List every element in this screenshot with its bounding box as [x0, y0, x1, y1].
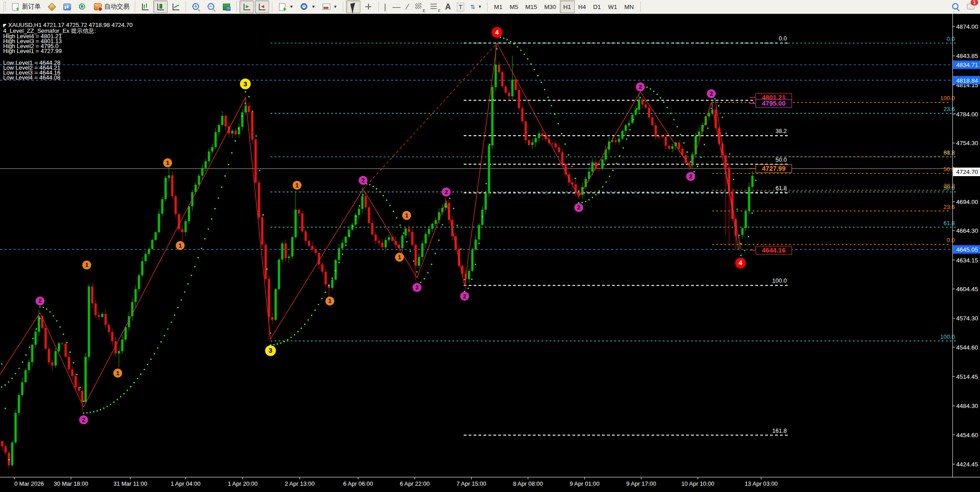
- sar-dot: [467, 288, 469, 289]
- semafor-1-marker[interactable]: 1: [82, 261, 91, 270]
- timeframe-button-m15[interactable]: M15: [522, 0, 541, 13]
- semafor-2-marker[interactable]: 2: [636, 82, 645, 91]
- chevron-down-icon[interactable]: ▼: [333, 4, 337, 9]
- sar-dot: [755, 180, 756, 181]
- timeframe-button-w1[interactable]: W1: [604, 0, 621, 13]
- semafor-2-marker[interactable]: 2: [460, 292, 469, 301]
- candle-body: [68, 357, 70, 369]
- time-label[interactable]: 31 Mar 11:00: [113, 480, 147, 487]
- arrows-tool-button[interactable]: ⇅▼: [468, 0, 485, 13]
- indicators-button[interactable]: +▼: [275, 0, 296, 13]
- sar-dot: [471, 279, 472, 280]
- time-label[interactable]: 6 Apr 22:00: [400, 480, 430, 487]
- semafor-1-marker[interactable]: 1: [163, 158, 172, 167]
- zoom-in-button[interactable]: +: [189, 0, 203, 13]
- sar-dot: [262, 214, 264, 216]
- text-tool-button[interactable]: A: [442, 0, 453, 13]
- semafor-4-marker[interactable]: 4: [735, 257, 746, 268]
- time-label[interactable]: 0 Mar 2026: [14, 480, 44, 487]
- notifications-button[interactable]: 1: [964, 0, 978, 13]
- new-order-button[interactable]: + 新订单: [8, 0, 44, 13]
- periods-button[interactable]: ▼: [297, 0, 318, 13]
- trendline-tool-button[interactable]: ∕: [404, 0, 411, 13]
- semafor-1-marker[interactable]: 1: [113, 368, 122, 377]
- semafor-1-marker[interactable]: 1: [395, 253, 404, 262]
- chart-window-button[interactable]: [60, 0, 74, 13]
- semafor-1-marker[interactable]: 1: [176, 241, 185, 250]
- crosshair-tool-button[interactable]: [361, 0, 376, 13]
- semafor-2-marker[interactable]: 2: [35, 297, 44, 306]
- time-label[interactable]: 9 Apr 01:00: [570, 480, 600, 487]
- fibonacci-tool-button[interactable]: F: [427, 0, 441, 13]
- semafor-2-marker[interactable]: 2: [442, 187, 451, 196]
- time-label[interactable]: 1 Apr 04:00: [171, 480, 201, 487]
- time-label[interactable]: 2 Apr 13:00: [285, 480, 315, 487]
- time-label[interactable]: 30 Mar 18:00: [54, 480, 89, 487]
- candlestick-chart-button[interactable]: [153, 0, 168, 13]
- semafor-1-marker[interactable]: 1: [293, 181, 302, 190]
- sar-dot: [551, 105, 552, 106]
- semafor-4-marker[interactable]: 4: [492, 27, 502, 38]
- timeframe-button-d1[interactable]: D1: [590, 0, 604, 13]
- chevron-down-icon[interactable]: ▼: [478, 4, 482, 9]
- sar-dot: [558, 123, 559, 124]
- time-label[interactable]: 10 Apr 10:00: [681, 480, 714, 487]
- chevron-down-icon[interactable]: ▼: [311, 4, 315, 9]
- semafor-2-marker[interactable]: 2: [359, 176, 368, 185]
- semafor-3-marker[interactable]: 3: [265, 345, 276, 356]
- candle-body: [615, 140, 617, 142]
- bar-chart-button[interactable]: [138, 0, 152, 13]
- timeframe-button-h1[interactable]: H1: [560, 0, 575, 13]
- sar-dot: [403, 232, 404, 234]
- semafor-2-marker[interactable]: 2: [412, 283, 421, 292]
- chart-surface[interactable]: 0.023.638.250.061.8100.0161.80.023.638.2…: [0, 0, 980, 492]
- label-tool-button[interactable]: T: [454, 0, 466, 13]
- semafor-2-marker[interactable]: 2: [686, 172, 695, 181]
- cursor-tool-button[interactable]: [346, 0, 360, 13]
- sar-dot: [520, 49, 521, 51]
- market-watch-button[interactable]: [44, 0, 59, 13]
- semafor-1-marker[interactable]: 1: [325, 297, 334, 306]
- separator: [343, 1, 343, 12]
- time-label[interactable]: 13 Apr 03:00: [745, 480, 778, 487]
- timeframe-button-m5[interactable]: M5: [506, 0, 522, 13]
- chart-text: 4: [495, 28, 499, 36]
- sar-dot: [666, 107, 668, 108]
- zoom-out-button[interactable]: −: [204, 0, 218, 13]
- time-label[interactable]: 6 Apr 06:00: [343, 480, 373, 487]
- chevron-down-icon[interactable]: ▼: [289, 4, 293, 9]
- time-label[interactable]: 9 Apr 17:00: [626, 480, 656, 487]
- sar-dot: [690, 161, 691, 163]
- templates-button[interactable]: ▼: [319, 0, 340, 13]
- search-button[interactable]: [949, 0, 963, 13]
- time-label[interactable]: 1 Apr 20:00: [228, 480, 258, 487]
- line-chart-button[interactable]: [169, 0, 183, 13]
- semafor-2-marker[interactable]: 2: [707, 89, 716, 98]
- chart-shift-button[interactable]: [255, 0, 269, 13]
- sar-dot: [345, 244, 346, 246]
- timeframe-button-m30[interactable]: M30: [541, 0, 559, 13]
- timeframe-button-h4[interactable]: H4: [575, 0, 590, 13]
- candle-body: [294, 210, 297, 237]
- semafor-3-marker[interactable]: 3: [240, 79, 251, 89]
- horizontal-line-tool-button[interactable]: —: [390, 0, 403, 13]
- semafor-2-marker[interactable]: 2: [574, 203, 583, 212]
- timeframe-button-m1[interactable]: M1: [490, 0, 506, 13]
- time-label[interactable]: 8 Apr 08:00: [513, 480, 543, 487]
- time-label[interactable]: 7 Apr 15:00: [457, 480, 487, 487]
- signals-button[interactable]: [75, 0, 89, 13]
- toolbar-grip[interactable]: [3, 2, 6, 12]
- vertical-line-tool-button[interactable]: |: [381, 0, 389, 13]
- semafor-1-marker[interactable]: 1: [402, 211, 411, 220]
- separator: [186, 1, 186, 12]
- auto-scroll-button[interactable]: [239, 0, 254, 13]
- sar-dot: [83, 401, 84, 402]
- tile-windows-button[interactable]: [219, 0, 234, 13]
- chart-text: 1: [295, 182, 298, 189]
- channel-tool-button[interactable]: E: [412, 0, 426, 13]
- chart-text: 3: [269, 346, 272, 354]
- auto-trading-button[interactable]: 自动交易: [90, 0, 132, 13]
- chart-text: 4843.85: [956, 53, 978, 59]
- semafor-2-marker[interactable]: 2: [79, 415, 88, 424]
- timeframe-button-mn[interactable]: MN: [621, 0, 638, 13]
